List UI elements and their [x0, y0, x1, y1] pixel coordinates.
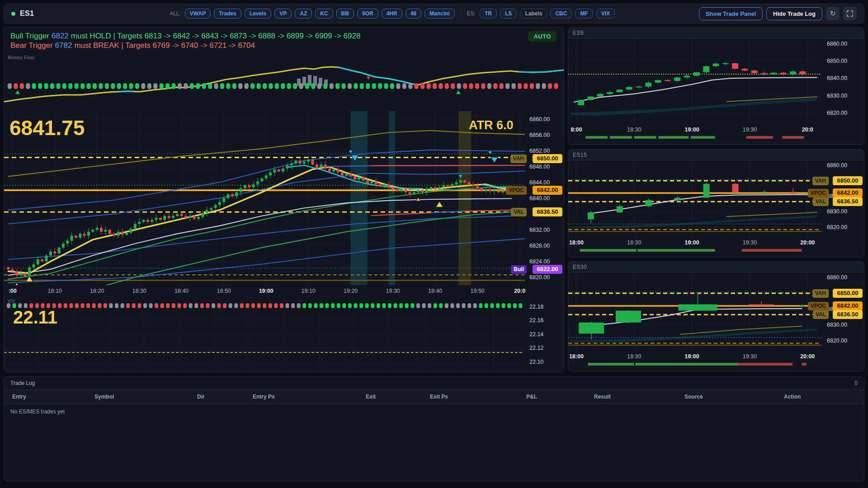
bull-trigger-line: Bull Trigger6822must HOLD | Targets 6813…	[10, 31, 360, 41]
mini-chart-panel-es5[interactable]: ES56860.006850.006840.006830.006820.008:…	[568, 27, 864, 145]
svg-text:19:30: 19:30	[743, 127, 757, 133]
bear-trigger-line: Bear Trigger6782must BREAK | Targets 676…	[10, 41, 360, 50]
toggle-es-tr[interactable]: TR	[480, 9, 497, 19]
toggle-divider	[461, 9, 461, 18]
trade-log-col-symbol: Symbol	[94, 394, 197, 400]
hide-trade-log-button[interactable]: Hide Trade Log	[766, 7, 822, 20]
svg-text:20:00: 20:00	[800, 353, 815, 360]
svg-text:6820.00: 6820.00	[827, 110, 847, 116]
all-label: ALL:	[170, 10, 181, 17]
svg-text:6824.00: 6824.00	[529, 258, 550, 265]
trigger-block: Bull Trigger6822must HOLD | Targets 6813…	[10, 31, 360, 50]
es-toggle-group: TRLSLabelsCBCMFVIX	[480, 9, 615, 19]
toggle-vwap[interactable]: VWAP	[185, 9, 211, 19]
svg-text:6840.00: 6840.00	[827, 75, 847, 81]
level-tag-val: VAL	[511, 208, 527, 216]
svg-text:6830.00: 6830.00	[827, 93, 847, 99]
auto-badge: AUTO	[528, 31, 557, 42]
svg-text:6860.00: 6860.00	[529, 116, 550, 122]
svg-text:6860.00: 6860.00	[827, 41, 847, 47]
vix-value-label: 22.11	[13, 307, 57, 328]
trade-log-column-row: EntrySymbolDirEntry PxExitExit PxP&LResu…	[4, 389, 864, 404]
svg-text:22.18: 22.18	[529, 304, 543, 310]
svg-text:6820.00: 6820.00	[827, 338, 847, 344]
vix-chart[interactable]: VIX 22.1822.1622.1422.1222.10 22.11	[4, 297, 564, 372]
level-price-vah: 6850.00	[833, 176, 863, 185]
svg-text:18:30: 18:30	[627, 353, 641, 360]
fullscreen-button[interactable]	[843, 7, 857, 20]
svg-text:18:30: 18:30	[627, 127, 641, 133]
toggle-az[interactable]: AZ	[295, 9, 312, 19]
toggle-4hr[interactable]: 4HR	[382, 9, 402, 19]
show-trade-panel-button[interactable]: Show Trade Panel	[699, 7, 763, 20]
money-flow-label: Money Flow	[8, 55, 34, 60]
trade-log-col-p-l: P&L	[526, 394, 594, 400]
svg-text:6820.00: 6820.00	[529, 274, 550, 281]
toggle-es-mf[interactable]: MF	[575, 9, 593, 19]
level-tag-vah: VAH	[812, 177, 829, 185]
price-chart[interactable]: 6860.006856.006852.006848.006844.006840.…	[4, 111, 564, 296]
level-tag-val: VAL	[813, 197, 829, 206]
level-price-vpoc: 6842.00	[833, 301, 863, 310]
level-tag-vpoc: VPOC	[808, 302, 829, 310]
toggle-mancini[interactable]: Mancini	[425, 9, 455, 19]
toggle-trades[interactable]: Trades	[214, 9, 241, 19]
trade-log-header: Trade Log 0	[4, 377, 864, 389]
trade-log-col-action: Action	[784, 394, 864, 400]
svg-text:20:0: 20:0	[514, 288, 525, 294]
svg-text:6840.00: 6840.00	[529, 195, 550, 202]
svg-text:6830.00: 6830.00	[827, 208, 847, 215]
level-price-vah: 6850.00	[833, 289, 863, 298]
toggle-es-vix[interactable]: VIX	[596, 9, 615, 19]
svg-text:18:40: 18:40	[175, 288, 189, 294]
toggle-es-cbc[interactable]: CBC	[550, 9, 572, 19]
svg-text:19:30: 19:30	[743, 239, 757, 246]
svg-text:22.12: 22.12	[529, 345, 543, 351]
level-tag-vah: VAH	[510, 155, 527, 163]
toggle-kc[interactable]: KC	[315, 9, 333, 19]
svg-text:18:00: 18:00	[569, 353, 584, 360]
svg-text:6832.00: 6832.00	[529, 227, 550, 233]
toggle-48[interactable]: 48	[406, 9, 421, 19]
bear-trigger-level: 6782	[55, 41, 72, 50]
svg-text:6830.00: 6830.00	[827, 322, 847, 328]
level-price-val: 6836.50	[833, 310, 863, 319]
money-flow-chart[interactable]: Money Flow	[4, 52, 564, 110]
toggle-bb[interactable]: BB	[336, 9, 354, 19]
toggle-levels[interactable]: Levels	[245, 9, 271, 19]
svg-text:19:50: 19:50	[471, 288, 485, 294]
svg-text:18:20: 18:20	[90, 288, 104, 294]
toggle-es-labels[interactable]: Labels	[520, 9, 547, 19]
svg-text:22.10: 22.10	[529, 359, 543, 365]
top-bar: ES1 ALL: VWAPTradesLevelsVPAZKCBB9OR4HR4…	[4, 4, 864, 23]
toggle-es-ls[interactable]: LS	[500, 9, 517, 19]
mini-chart-panel-es30[interactable]: ES306860.006840.006830.006820.0018:0018:…	[568, 261, 864, 371]
trade-log-title: Trade Log	[10, 380, 35, 386]
toggle-9or[interactable]: 9OR	[357, 9, 378, 19]
svg-text:6852.00: 6852.00	[529, 148, 550, 154]
atr-label: ATR 6.0	[469, 118, 514, 132]
trade-log-col-dir: Dir	[197, 394, 253, 400]
level-price-val: 6836.50	[833, 197, 863, 206]
svg-text:19:40: 19:40	[428, 288, 442, 294]
svg-text:6844.00: 6844.00	[529, 179, 550, 186]
svg-text:19:30: 19:30	[743, 353, 757, 360]
vix-label: VIX	[8, 299, 15, 304]
status-dot	[11, 12, 15, 16]
svg-text:19:30: 19:30	[386, 288, 400, 294]
svg-text:6860.00: 6860.00	[827, 274, 847, 281]
refresh-button[interactable]: ↻	[826, 7, 840, 20]
svg-text:6820.00: 6820.00	[827, 224, 847, 230]
mini-chart-title: ES15	[573, 152, 587, 158]
trade-log-col-source: Source	[684, 394, 784, 400]
trade-log-col-entry-px: Entry Px	[253, 394, 366, 400]
svg-text:18:10: 18:10	[48, 288, 62, 294]
trade-log-panel: Trade Log 0 EntrySymbolDirEntry PxExitEx…	[4, 376, 864, 481]
toggle-vp[interactable]: VP	[274, 9, 292, 19]
mini-chart-title: ES30	[573, 264, 587, 270]
svg-text:6828.00: 6828.00	[529, 243, 550, 249]
mini-chart-panel-es15[interactable]: ES156860.006840.006830.006820.0018:0018:…	[568, 149, 864, 258]
svg-text:19:20: 19:20	[344, 288, 358, 294]
level-price-vpoc: 6842.00	[533, 186, 562, 195]
top-bar-actions: Show Trade Panel Hide Trade Log ↻	[699, 7, 857, 20]
